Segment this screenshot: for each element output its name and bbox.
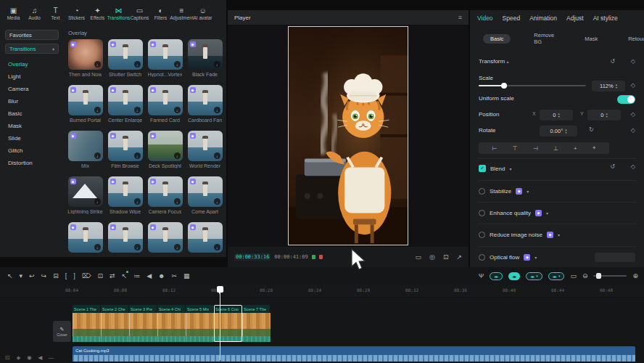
rotate-keyframe-icon[interactable]: ◇: [631, 127, 635, 134]
transition-item[interactable]: ◆↓Black Fade: [187, 39, 223, 85]
sidebar-item-basic[interactable]: Basic: [0, 107, 64, 120]
zoom-out-icon[interactable]: ⊖: [582, 272, 588, 280]
rotate-stepper[interactable]: ▴▾: [565, 129, 566, 134]
position-x-stepper[interactable]: ▴▾: [558, 113, 559, 118]
transition-thumbnail[interactable]: ◆↓: [108, 176, 143, 207]
timeline-zoom-slider[interactable]: [593, 275, 627, 277]
transition-pill-4[interactable]: ◂▸▾: [548, 272, 565, 280]
record-voiceover-icon[interactable]: Ψ: [479, 272, 484, 280]
preview-screen-icon[interactable]: ▭: [570, 272, 577, 280]
transition-item[interactable]: ◆↓: [107, 222, 144, 257]
align-center-h-icon[interactable]: +: [574, 145, 577, 152]
sidebar-item-camera[interactable]: Camera: [0, 83, 64, 95]
snapshot-icon[interactable]: ◎: [429, 253, 435, 261]
align-left-icon[interactable]: ⊢: [492, 145, 498, 152]
delete-icon[interactable]: ⌦: [82, 272, 91, 280]
trim-left-icon[interactable]: [: [65, 272, 67, 280]
subtab-mask[interactable]: Mask: [577, 34, 605, 44]
transition-thumbnail[interactable]: ◆↓: [148, 176, 183, 207]
scale-value-box[interactable]: 112% ▴▾: [592, 81, 625, 91]
transition-item[interactable]: ◆↓Mix: [67, 131, 104, 176]
toolbar-item-ai-avatar[interactable]: ☺AI avatar: [192, 7, 213, 20]
transition-item[interactable]: ◆↓Lightning Strike: [67, 176, 104, 222]
align-center-v-icon[interactable]: ⌖: [593, 144, 596, 152]
chevron-down-icon[interactable]: ▾: [558, 232, 560, 237]
toolbar-item-text[interactable]: TText: [45, 7, 66, 20]
toolbar-item-media[interactable]: ▣Media: [3, 7, 24, 20]
transition-pill-1[interactable]: ◂▸: [490, 272, 503, 280]
sidebar-item-blur[interactable]: Blur: [0, 95, 64, 107]
scale-slider[interactable]: [479, 85, 586, 86]
select-tool-icon[interactable]: ↖: [7, 272, 13, 280]
sidebar-item-slide[interactable]: Slide: [0, 132, 64, 144]
transition-item[interactable]: ◆↓Film Browse: [107, 131, 144, 176]
transition-thumbnail[interactable]: ◆↓: [108, 85, 143, 115]
transition-thumbnail[interactable]: ◆↓: [68, 85, 103, 115]
transition-item[interactable]: ◆↓Fanned Card: [147, 85, 183, 131]
favorites-box[interactable]: Favorites: [5, 30, 59, 40]
player-options-icon[interactable]: ≡: [458, 14, 462, 21]
smart-select-icon[interactable]: ↖: [122, 272, 128, 280]
toolbar-item-adjustment[interactable]: ≡Adjustment: [171, 7, 192, 20]
timeline-clip[interactable]: Scene 6 Coo: [214, 305, 242, 342]
toolbar-item-audio[interactable]: ♫Audio: [24, 7, 45, 20]
redo-icon[interactable]: ↪: [41, 272, 47, 280]
transition-thumbnail[interactable]: ◆↓: [68, 222, 103, 253]
sidebar-item-mask[interactable]: Mask: [0, 120, 64, 132]
undo-icon[interactable]: ↩: [29, 272, 35, 280]
transition-pill-2[interactable]: ◂▸: [508, 272, 520, 280]
playhead-line[interactable]: [220, 286, 220, 360]
transition-thumbnail[interactable]: ◆↓: [108, 39, 143, 70]
transition-item[interactable]: ◆↓: [187, 222, 223, 257]
ratio-icon[interactable]: ▭: [416, 253, 422, 261]
timeline-clip[interactable]: Scene 7 The: [242, 305, 271, 342]
sidebar-item-glitch[interactable]: Glitch: [0, 144, 64, 157]
select-caret-icon[interactable]: ▾: [20, 272, 23, 280]
reduce-image-noise-checkbox[interactable]: [479, 232, 485, 238]
subtab-retouch[interactable]: Retouch: [621, 34, 644, 44]
track-collapse-icon[interactable]: —: [48, 354, 54, 361]
timeline-clip[interactable]: Scene 2 Che: [101, 305, 129, 342]
transition-pill-3[interactable]: ◂▸▾: [526, 272, 542, 280]
split-icon[interactable]: ⊟: [53, 272, 59, 280]
uniform-scale-toggle[interactable]: [617, 95, 635, 104]
chevron-down-icon[interactable]: ▾: [509, 166, 511, 171]
track-mute-icon[interactable]: ◀: [37, 354, 44, 361]
rotate-value-box[interactable]: 0.00° ▴▾: [540, 126, 577, 136]
timeline-clip[interactable]: Scene 4 Chi: [157, 305, 186, 342]
toolbar-item-captions[interactable]: ▭Captions: [129, 7, 150, 20]
blend-reset-icon[interactable]: ↺: [610, 163, 615, 170]
timeline-clip[interactable]: Scene 3 Pre: [129, 305, 157, 342]
transition-item[interactable]: ◆↓: [147, 222, 183, 257]
transition-thumbnail[interactable]: ◆↓: [108, 131, 143, 161]
toolbar-item-filters[interactable]: ◐Filters: [150, 7, 171, 20]
position-x-box[interactable]: 0 ▴▾: [540, 110, 573, 121]
subtab-remove-bg[interactable]: Remove BG: [527, 30, 561, 46]
tab-speed[interactable]: Speed: [503, 15, 521, 22]
transition-item[interactable]: ◆↓: [67, 222, 104, 257]
audio-track-icon[interactable]: ◀: [146, 272, 152, 280]
position-y-stepper[interactable]: ▴▾: [606, 113, 607, 118]
timeline-clip[interactable]: Scene 1 The: [73, 305, 101, 342]
scale-stepper[interactable]: ▴▾: [616, 83, 617, 89]
trim-right-icon[interactable]: ]: [73, 272, 75, 280]
chevron-down-icon[interactable]: ▾: [546, 211, 548, 216]
mosaic-icon[interactable]: ▦: [183, 272, 190, 280]
enhance-quality-checkbox[interactable]: [479, 210, 485, 216]
timeline-zoom-handle[interactable]: [596, 273, 601, 279]
avatar-icon[interactable]: ☻: [158, 272, 165, 280]
tab-animation[interactable]: Animation: [529, 15, 557, 22]
transition-item[interactable]: ◆↓Camera Focus: [147, 176, 183, 222]
audio-waveform[interactable]: [73, 355, 635, 362]
tab-adjust[interactable]: Adjust: [566, 15, 584, 22]
transition-thumbnail[interactable]: ◆↓: [188, 176, 223, 207]
video-preview[interactable]: [288, 26, 408, 245]
position-keyframe-icon[interactable]: ◇: [631, 111, 635, 118]
transition-item[interactable]: ◆↓Shutter Switch: [107, 39, 144, 85]
cover-button[interactable]: ✎ Cover: [53, 321, 71, 342]
subtab-basic[interactable]: Basic: [483, 34, 511, 44]
track-cover-icon[interactable]: ◈: [15, 354, 22, 361]
optical-flow-checkbox[interactable]: [479, 254, 485, 261]
layers-icon[interactable]: ≔: [133, 272, 140, 280]
transition-thumbnail[interactable]: ◆↓: [188, 85, 223, 115]
